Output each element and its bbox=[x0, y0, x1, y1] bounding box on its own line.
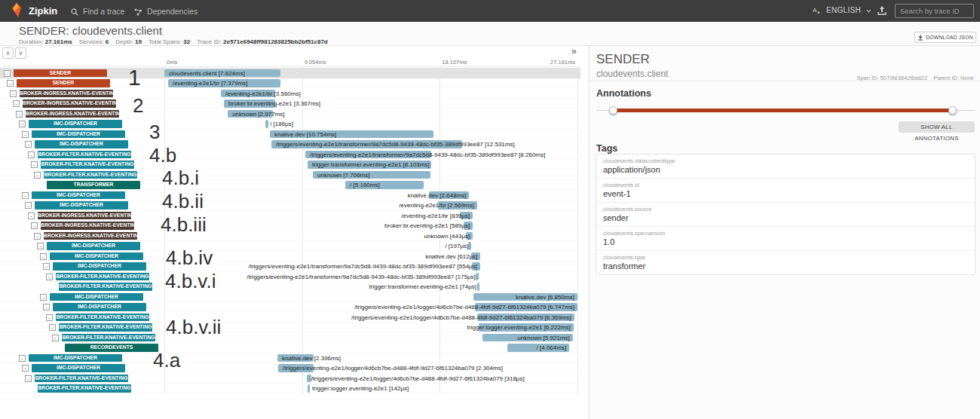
collapse-toggle[interactable]: - bbox=[34, 172, 41, 179]
trace-row[interactable]: -SENDER/eventing-e2e1/br [7.379ms] bbox=[0, 78, 580, 89]
annotations-heading: Annotations bbox=[596, 88, 651, 99]
collapse-toggle[interactable]: - bbox=[22, 192, 29, 199]
span-label: /eventing-e2e1/br [839µs] bbox=[401, 213, 470, 219]
trace-row[interactable]: -BROKER-FILTER.KNATIVE-EVENTING/triggers… bbox=[0, 312, 580, 323]
nav-dependencies[interactable]: Dependencies bbox=[134, 7, 198, 16]
span-label: /triggers/eventing-e2e1/transformer/9a7d… bbox=[248, 263, 476, 270]
collapse-toggle[interactable]: - bbox=[25, 375, 32, 382]
tag-key: cloudevents.specversion bbox=[603, 230, 968, 237]
collapse-toggle[interactable]: - bbox=[34, 233, 41, 240]
span-bar[interactable] bbox=[468, 242, 471, 250]
collapse-toggle[interactable]: - bbox=[10, 90, 17, 97]
upload-json-icon[interactable] bbox=[877, 5, 887, 16]
service-chip: SENDER bbox=[14, 69, 107, 78]
span-detail-panel: SENDER cloudevents.client Span ID: 5070f… bbox=[590, 46, 980, 419]
collapse-toggle[interactable]: - bbox=[28, 213, 35, 219]
span-bar[interactable] bbox=[477, 283, 479, 291]
collapse-toggle[interactable]: - bbox=[40, 253, 47, 260]
trace-row[interactable]: -BROKER-FILTER.KNATIVE-EVENTING/triggers… bbox=[0, 373, 580, 384]
collapse-toggle[interactable]: - bbox=[7, 80, 14, 87]
trace-row[interactable]: -BROKER-INGRESS.KNATIVE-EVENTING/eventin… bbox=[0, 88, 580, 99]
overlay-annotation-number: 4.b.iii bbox=[161, 213, 207, 237]
meta-label: Services: bbox=[79, 38, 106, 45]
meta-value: 27.161ms bbox=[45, 38, 72, 45]
span-bar[interactable] bbox=[265, 120, 268, 128]
collapse-toggle[interactable]: - bbox=[4, 70, 11, 77]
trace-row[interactable]: -IMC-DISPATCHER/eventing-e2e1/br [2.569m… bbox=[0, 200, 580, 211]
trace-row[interactable]: -IMC-DISPATCHERknative.dev [2.396ms] bbox=[0, 353, 580, 363]
span-label: unknown [2.977ms] bbox=[232, 111, 284, 118]
trace-row[interactable]: -BROKER-FILTER.KNATIVE-EVENTINGunknown [… bbox=[0, 332, 580, 343]
collapse-toggle[interactable]: - bbox=[31, 161, 38, 168]
collapse-toggle[interactable]: - bbox=[13, 100, 20, 107]
trace-row[interactable]: -IMC-DISPATCHER/triggers/eventing-e2e1/l… bbox=[0, 302, 580, 313]
service-chip: IMC-DISPATCHER bbox=[47, 242, 140, 250]
collapse-toggle[interactable]: - bbox=[16, 111, 23, 118]
span-label: trigger:logger.eventing-e2e1 [142µs] bbox=[312, 385, 409, 392]
trace-row[interactable]: -BROKER-INGRESS.KNATIVE-EVENTINGbroker:b… bbox=[0, 99, 580, 109]
annotation-slider-handle-left[interactable] bbox=[609, 106, 617, 115]
collapse-toggle[interactable]: - bbox=[46, 274, 53, 280]
trace-row[interactable]: -SENDERcloudevents.client [7.624ms] bbox=[0, 68, 580, 78]
trace-row[interactable]: -IMC-DISPATCHERknative.dev [6.850ms] bbox=[0, 292, 580, 302]
trace-row[interactable]: -BROKER-FILTER.KNATIVE-EVENTINGunknown [… bbox=[0, 170, 580, 180]
service-chip: BROKER-FILTER.KNATIVE-EVENTING bbox=[38, 151, 131, 159]
trace-row[interactable]: BROKER-FILTER.KNATIVE-EVENTINGtrigger:lo… bbox=[0, 384, 580, 394]
trace-row[interactable]: -BROKER-INGRESS.KNATIVE-EVENTING/eventin… bbox=[0, 210, 580, 221]
nav-find-a-trace[interactable]: Find a trace bbox=[71, 7, 124, 16]
span-label: knative.dev [612µs] bbox=[425, 253, 477, 260]
meta-label: Depth: bbox=[115, 38, 135, 45]
overlay-annotation-number: 4.b.v.ii bbox=[166, 316, 221, 339]
span-label: / [5.160ms] bbox=[350, 182, 380, 188]
search-by-trace-id-input[interactable] bbox=[895, 4, 974, 18]
collapse-toggle[interactable]: - bbox=[28, 151, 35, 158]
trace-row[interactable]: -IMC-DISPATCHERknative.dev [612µs] bbox=[0, 251, 580, 261]
collapse-toggle[interactable]: - bbox=[25, 202, 32, 209]
collapse-toggle[interactable]: - bbox=[49, 324, 56, 331]
collapse-toggle[interactable]: - bbox=[31, 222, 38, 229]
collapse-toggle[interactable]: - bbox=[43, 263, 50, 270]
collapse-toggle[interactable]: - bbox=[46, 314, 53, 321]
trace-row[interactable]: RECORDEVENTS/ [4.064ms] bbox=[0, 343, 580, 353]
trace-row[interactable]: -BROKER-INGRESS.KNATIVE-EVENTINGunknown … bbox=[0, 231, 580, 241]
download-json-button[interactable]: DOWNLOAD JSON bbox=[914, 32, 976, 43]
trace-row[interactable]: -IMC-DISPATCHER/ [186µs] bbox=[0, 119, 580, 130]
span-bar[interactable] bbox=[308, 384, 310, 393]
service-chip: BROKER-INGRESS.KNATIVE-EVENTING bbox=[41, 222, 134, 230]
trace-row[interactable]: -BROKER-INGRESS.KNATIVE-EVENTINGunknown … bbox=[0, 109, 580, 119]
collapse-toggle[interactable]: - bbox=[40, 294, 47, 301]
collapse-toggle[interactable]: - bbox=[22, 365, 29, 372]
trace-row[interactable]: TRANSFORMER/ [5.160ms] bbox=[0, 180, 580, 191]
trace-row[interactable]: -BROKER-FILTER.KNATIVE-EVENTINGtrigger:l… bbox=[0, 323, 580, 333]
tag-row: cloudevents.datacontenttypeapplication/j… bbox=[596, 154, 975, 179]
parent-id: Parent ID: None bbox=[933, 75, 974, 81]
span-bar[interactable] bbox=[476, 273, 479, 281]
trace-row[interactable]: -BROKER-FILTER.KNATIVE-EVENTING/triggers… bbox=[0, 149, 580, 160]
trace-row[interactable]: -BROKER-FILTER.KNATIVE-EVENTINGtrigger:t… bbox=[0, 160, 580, 170]
detail-span-name: cloudevents.client bbox=[596, 69, 668, 79]
trace-row[interactable]: -IMC-DISPATCHERknative.dev [10.754ms] bbox=[0, 129, 580, 139]
trace-row[interactable]: -IMC-DISPATCHER/triggers/eventing-e2e1/l… bbox=[0, 363, 580, 374]
show-all-annotations-button[interactable]: SHOW ALL ANNOTATIONS bbox=[899, 121, 975, 133]
language-selector[interactable]: AaENGLISH bbox=[813, 6, 871, 14]
collapse-toggle[interactable]: - bbox=[19, 355, 26, 362]
collapse-toggle[interactable]: - bbox=[19, 121, 26, 127]
trace-row[interactable]: -IMC-DISPATCHERknative.dev [2.648ms] bbox=[0, 190, 580, 200]
collapse-toggle[interactable]: - bbox=[25, 141, 32, 148]
overlay-annotation-number: 4.b.i bbox=[162, 167, 199, 190]
trace-row[interactable]: -BROKER-FILTER.KNATIVE-EVENTING/triggers… bbox=[0, 271, 580, 282]
collapse-toggle[interactable]: - bbox=[22, 131, 29, 138]
trace-row[interactable]: -IMC-DISPATCHER/triggers/eventing-e2e1/t… bbox=[0, 261, 580, 272]
annotation-slider-handle-right[interactable] bbox=[948, 106, 957, 115]
trace-row[interactable]: -IMC-DISPATCHER/triggers/eventing-e2e1/t… bbox=[0, 139, 580, 150]
collapse-toggle[interactable]: - bbox=[37, 243, 44, 249]
trace-row[interactable]: -BROKER-INGRESS.KNATIVE-EVENTINGbroker:b… bbox=[0, 221, 580, 231]
hide-detail-chevrons-icon[interactable]: » bbox=[571, 46, 577, 57]
trace-title: SENDER: cloudevents.client bbox=[19, 24, 162, 37]
overlay-annotation-number: 2 bbox=[133, 94, 143, 118]
collapse-toggle[interactable]: - bbox=[43, 304, 50, 310]
annotation-slider-track[interactable] bbox=[613, 109, 952, 112]
trace-row[interactable]: BROKER-FILTER.KNATIVE-EVENTINGtrigger:tr… bbox=[0, 282, 580, 292]
collapse-toggle[interactable]: - bbox=[52, 335, 59, 341]
trace-row[interactable]: -IMC-DISPATCHER/ [197µs] bbox=[0, 241, 580, 252]
